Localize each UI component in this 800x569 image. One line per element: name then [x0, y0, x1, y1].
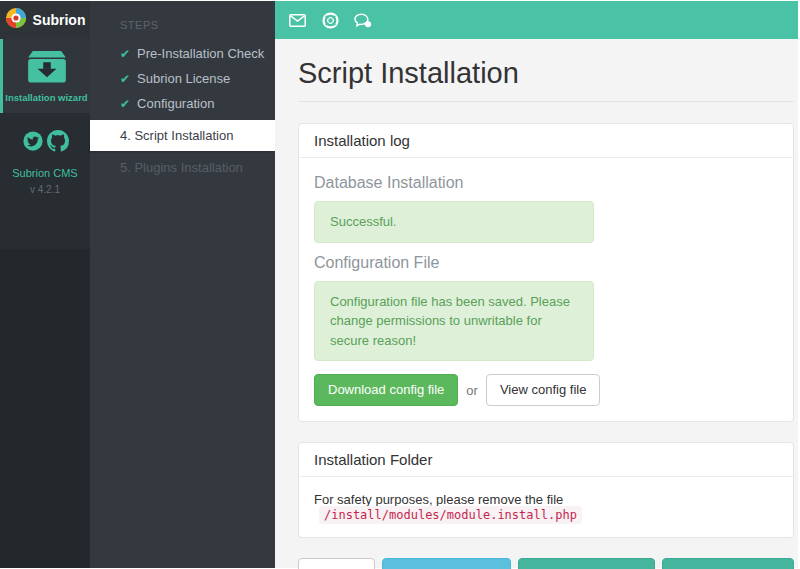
config-file-heading: Configuration File [314, 254, 778, 272]
mail-icon[interactable] [288, 11, 306, 29]
folder-message: For safety purposes, please remove the f… [314, 492, 563, 507]
back-button[interactable]: ❮ Back [298, 558, 375, 569]
steps-sidebar: STEPS ✔ Pre-Installation Check ✔ Subrion… [90, 1, 275, 568]
product-name: Subrion CMS [0, 167, 90, 179]
panel-body: For safety purposes, please remove the f… [299, 477, 793, 537]
installation-folder-panel: Installation Folder For safety purposes,… [298, 442, 794, 538]
installation-log-panel: Installation log Database Installation S… [298, 123, 794, 422]
page-title: Script Installation [298, 57, 794, 102]
panel-heading: Installation log [299, 124, 793, 158]
install-box-icon [26, 50, 68, 87]
brand-name: Subrion [33, 12, 86, 28]
config-buttons-row: Download config file or View config file [314, 374, 778, 406]
view-config-button[interactable]: View config file [486, 374, 600, 406]
lifebuoy-icon[interactable] [321, 11, 339, 29]
sidebar-filler [0, 249, 90, 568]
step-pre-installation-check[interactable]: ✔ Pre-Installation Check [90, 41, 275, 66]
icon-sidebar: Subrion Installation wizard [0, 1, 90, 568]
check-icon: ✔ [120, 98, 130, 110]
check-icon: ✔ [120, 73, 130, 85]
actions-row: ❮ Back [298, 558, 794, 569]
file-path-code: /install/modules/module.install.php [319, 506, 582, 524]
app-window: Subrion Installation wizard [0, 0, 798, 568]
db-success-alert: Successful. [314, 201, 594, 243]
step-plugins-installation[interactable]: 5. Plugins Installation [90, 155, 275, 180]
step-label: Pre-Installation Check [137, 46, 264, 61]
step-script-installation[interactable]: 4. Script Installation [90, 120, 275, 151]
steps-header: STEPS [90, 2, 275, 41]
subrion-logo-icon [5, 7, 27, 33]
step-label: Subrion License [137, 71, 230, 86]
github-icon[interactable] [47, 130, 69, 152]
or-text: or [466, 383, 478, 398]
social-block: Subrion CMS v 4.2.1 [0, 113, 90, 249]
content: Script Installation Installation log Dat… [275, 39, 798, 569]
db-installation-heading: Database Installation [314, 174, 778, 192]
panel-body: Database Installation Successful. Config… [299, 158, 793, 421]
step-label: Configuration [137, 96, 214, 111]
product-version: v 4.2.1 [0, 184, 90, 195]
sidebar-item-installation-wizard[interactable]: Installation wizard [0, 39, 90, 113]
step-label: 5. Plugins Installation [120, 160, 243, 175]
chat-icon[interactable] [354, 11, 372, 29]
sidebar-item-label: Installation wizard [5, 92, 87, 103]
panel-heading: Installation Folder [299, 443, 793, 477]
download-config-button[interactable]: Download config file [314, 374, 458, 406]
to-home-page-button[interactable]: to Home page [662, 558, 794, 569]
step-subrion-license[interactable]: ✔ Subrion License [90, 66, 275, 91]
to-admin-panel-button[interactable]: to Admin panel [518, 558, 654, 569]
twitter-icon[interactable] [22, 130, 44, 152]
topbar [275, 1, 798, 39]
main-area: Script Installation Installation log Dat… [275, 1, 798, 568]
check-icon: ✔ [120, 48, 130, 60]
page: Subrion Installation wizard [0, 0, 800, 569]
step-configuration[interactable]: ✔ Configuration [90, 91, 275, 116]
config-saved-alert: Configuration file has been saved. Pleas… [314, 281, 594, 362]
install-plugins-button[interactable]: Install Plugins [382, 558, 511, 569]
brand-logo[interactable]: Subrion [0, 1, 90, 39]
step-label: 4. Script Installation [120, 128, 233, 143]
